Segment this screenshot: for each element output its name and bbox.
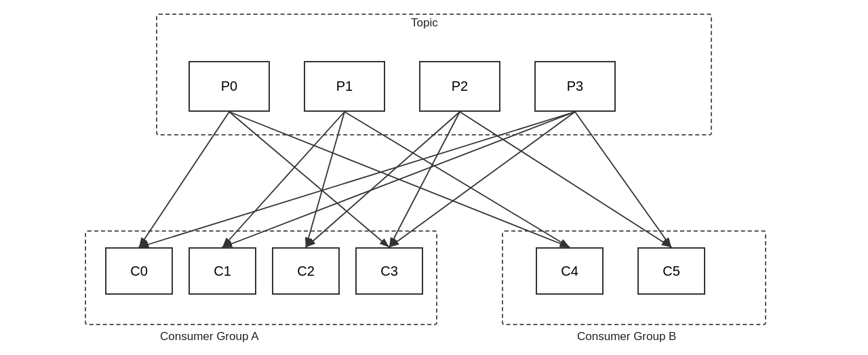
arrow-p2-c5	[460, 112, 671, 247]
arrow-p0-c3	[229, 112, 389, 247]
arrow-p1-c2	[306, 112, 344, 247]
arrows-svg	[0, 0, 868, 355]
arrow-p3-c0	[139, 112, 575, 247]
arrow-p0-c0	[139, 112, 229, 247]
arrow-p1-c4	[344, 112, 570, 247]
arrow-p3-c5	[575, 112, 671, 247]
arrow-p2-c2	[306, 112, 460, 247]
arrow-p1-c1	[222, 112, 344, 247]
arrow-p3-c3	[389, 112, 575, 247]
